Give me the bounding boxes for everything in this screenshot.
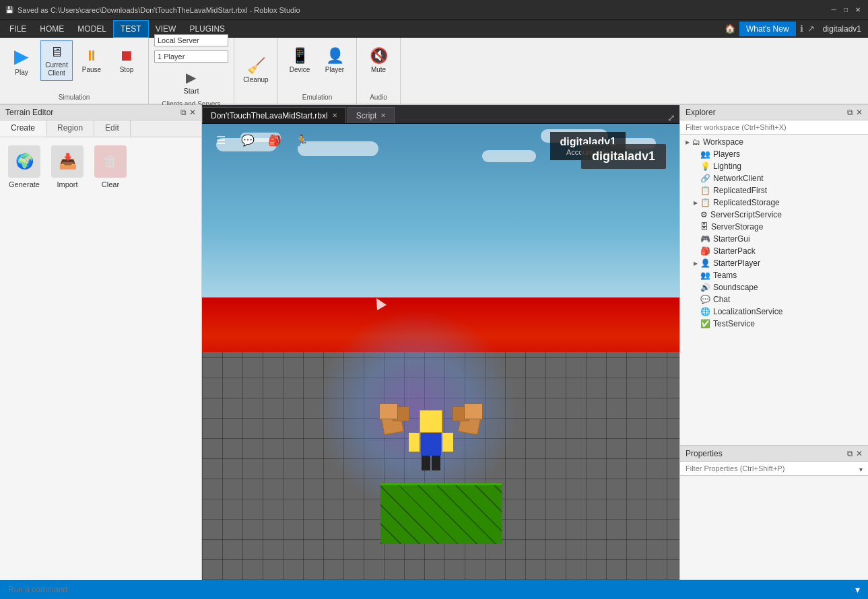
- generate-tool[interactable]: 🌍 Generate: [8, 145, 40, 188]
- import-tool[interactable]: 📥 Import: [51, 145, 84, 188]
- replicatedstorage-icon: 📋: [700, 198, 710, 207]
- tab-create[interactable]: Create: [0, 120, 46, 137]
- workspace-label: Workspace: [703, 137, 743, 147]
- viewport[interactable]: ☰ 💬 🎒 🏃 digitaladv1 Account: 13+ digital…: [202, 124, 679, 580]
- current-client-button[interactable]: 🖥 Current Client: [40, 40, 73, 81]
- title-bar: 💾 Saved as C:\Users\carec\Downloads\Don'…: [0, 0, 868, 20]
- tree-item-workspace[interactable]: ▶ 🗂 Workspace: [680, 136, 868, 148]
- maximize-button[interactable]: □: [841, 5, 850, 15]
- viewport-toolbar: ☰ 💬 🎒 🏃: [210, 129, 312, 151]
- current-client-icon: 🖥: [50, 44, 63, 60]
- vt-chat-button[interactable]: 💬: [237, 129, 259, 151]
- tree-item-lighting[interactable]: ▶ 💡 Lighting: [680, 160, 868, 172]
- properties-header: Properties ⧉ ✕: [680, 446, 868, 462]
- expand-viewport-button[interactable]: ⤢: [667, 112, 675, 123]
- players-label: Players: [713, 149, 740, 159]
- starterpack-label: StarterPack: [713, 246, 756, 256]
- mute-button[interactable]: 🔇 Mute: [362, 40, 395, 81]
- start-label: Start: [183, 87, 199, 95]
- tree-item-networkclient[interactable]: ▶ 🔗 NetworkClient: [680, 172, 868, 184]
- device-button[interactable]: 📱 Device: [283, 40, 316, 81]
- tab-main-close[interactable]: ✕: [332, 112, 337, 119]
- lighting-icon: 💡: [700, 162, 710, 171]
- networkclient-label: NetworkClient: [713, 174, 764, 183]
- menu-model[interactable]: MODEL: [71, 20, 113, 38]
- explorer-close-button[interactable]: ✕: [856, 108, 863, 117]
- properties-float-button[interactable]: ⧉: [847, 449, 853, 458]
- menu-home[interactable]: HOME: [33, 20, 71, 38]
- menu-test[interactable]: TEST: [113, 20, 149, 38]
- menu-file[interactable]: FILE: [3, 20, 33, 38]
- help-icon[interactable]: 🏠: [725, 24, 735, 34]
- replicatedstorage-label: ReplicatedStorage: [713, 198, 780, 207]
- cleanup-button[interactable]: 🧹 Cleanup: [240, 50, 272, 91]
- player-count-dropdown[interactable]: 1 Player: [154, 50, 228, 63]
- properties-filter-input[interactable]: [680, 462, 868, 476]
- vt-menu-button[interactable]: ☰: [210, 129, 232, 151]
- testservice-label: TestService: [713, 319, 755, 328]
- properties-close-button[interactable]: ✕: [856, 449, 863, 458]
- mute-icon: 🔇: [370, 47, 388, 65]
- terrain-float-button[interactable]: ⧉: [180, 108, 187, 117]
- vt-bag-button[interactable]: 🎒: [264, 129, 286, 151]
- minimize-button[interactable]: ─: [829, 5, 838, 15]
- properties-filter-dropdown-icon[interactable]: ▾: [859, 465, 863, 472]
- tree-item-serverstorage[interactable]: ▶ 🗄 ServerStorage: [680, 221, 868, 233]
- window-title: 💾 Saved as C:\Users\carec\Downloads\Don'…: [5, 6, 300, 14]
- local-server-dropdown[interactable]: Local Server: [154, 34, 228, 46]
- explorer-filter-input[interactable]: [680, 120, 868, 135]
- tree-item-soundscape[interactable]: ▶ 🔊 Soundscape: [680, 281, 868, 293]
- tree-item-startergui[interactable]: ▶ 🎮 StarterGui: [680, 233, 868, 245]
- tree-item-replicatedfirst[interactable]: ▶ 📋 ReplicatedFirst: [680, 184, 868, 197]
- tab-script[interactable]: Script ✕: [347, 107, 395, 123]
- command-input[interactable]: [8, 585, 850, 594]
- tab-script-close[interactable]: ✕: [380, 112, 386, 119]
- emulation-group: 📱 Device 👤 Player Emulation: [278, 38, 357, 104]
- audio-group: 🔇 Mute Audio: [357, 38, 401, 104]
- platform-pattern: [380, 485, 502, 544]
- username-label: digitaladv1: [819, 24, 865, 34]
- start-button[interactable]: ▶ Start: [176, 67, 205, 98]
- share-icon[interactable]: ↗: [807, 24, 815, 34]
- status-dropdown-icon[interactable]: ▾: [855, 584, 860, 595]
- explorer-section: Explorer ⧉ ✕ ▶ 🗂 Workspace ▶ 👥 Pl: [680, 105, 868, 446]
- info-icon[interactable]: ℹ: [800, 24, 803, 34]
- terrain-tools: 🌍 Generate 📥 Import 🗑 Clear: [8, 145, 127, 188]
- emulation-label: Emulation: [302, 92, 332, 101]
- tree-item-teams[interactable]: ▶ 👥 Teams: [680, 269, 868, 281]
- terrain-editor-controls: ⧉ ✕: [180, 108, 196, 117]
- close-button[interactable]: ✕: [853, 5, 863, 15]
- tree-item-starterpack[interactable]: ▶ 🎒 StarterPack: [680, 245, 868, 257]
- tree-item-serverscriptservice[interactable]: ▶ ⚙ ServerScriptService: [680, 209, 868, 221]
- starterplayer-expand-icon: ▶: [694, 260, 698, 267]
- serverscriptservice-label: ServerScriptService: [710, 210, 782, 219]
- editor-tabs-bar: Don'tTouchTheLavaMidStart.rbxl ✕ Script …: [202, 105, 679, 124]
- tree-item-replicatedstorage[interactable]: ▶ 📋 ReplicatedStorage: [680, 197, 868, 209]
- clear-tool[interactable]: 🗑 Clear: [94, 145, 127, 188]
- play-button[interactable]: ▶ Play: [5, 40, 38, 81]
- char-leg-right: [432, 456, 440, 470]
- char-body-group: [420, 410, 442, 470]
- tree-item-testservice[interactable]: ▶ ✅ TestService: [680, 318, 868, 330]
- terrain-editor-tabs: Create Region Edit: [0, 120, 201, 137]
- vt-run-button[interactable]: 🏃: [291, 129, 312, 151]
- whats-new-button[interactable]: What's New: [739, 22, 796, 36]
- explorer-float-button[interactable]: ⧉: [847, 108, 853, 117]
- tree-item-starterplayer[interactable]: ▶ 👤 StarterPlayer: [680, 257, 868, 269]
- explorer-header: Explorer ⧉ ✕: [680, 105, 868, 120]
- explorer-tree: ▶ 🗂 Workspace ▶ 👥 Players ▶ 💡 Lighting: [680, 135, 868, 445]
- tab-region[interactable]: Region: [46, 120, 94, 137]
- terrain-close-button[interactable]: ✕: [189, 108, 196, 117]
- soundscape-icon: 🔊: [700, 283, 710, 292]
- player-button[interactable]: 👤 Player: [319, 40, 351, 81]
- tree-item-players[interactable]: ▶ 👥 Players: [680, 148, 868, 160]
- stop-button[interactable]: ⏹ Stop: [110, 40, 143, 81]
- pause-button[interactable]: ⏸ Pause: [75, 40, 108, 81]
- tree-item-chat[interactable]: ▶ 💬 Chat: [680, 293, 868, 306]
- char-arm-left: [409, 433, 420, 452]
- tab-edit[interactable]: Edit: [94, 120, 131, 137]
- cloud-6: [482, 150, 536, 162]
- tree-item-localizationservice[interactable]: ▶ 🌐 LocalizationService: [680, 306, 868, 318]
- tab-main-file[interactable]: Don'tTouchTheLavaMidStart.rbxl ✕: [202, 107, 346, 123]
- import-label: Import: [57, 180, 77, 188]
